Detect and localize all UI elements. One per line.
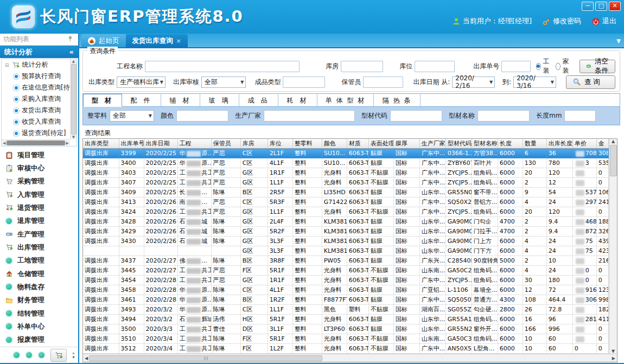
material-tab[interactable]: 隔 热 条	[374, 94, 421, 106]
tab-shipment-outbound-query[interactable]: 发货出库查询 ×	[126, 34, 188, 47]
tree-item[interactable]: 发货出库查询	[2, 105, 70, 116]
module-dot-icon[interactable]	[26, 352, 32, 358]
product-type-input[interactable]	[283, 76, 325, 88]
scroll-right-icon[interactable]: ▶	[612, 356, 615, 361]
scroll-up-icon[interactable]: ▲	[612, 139, 615, 144]
column-header[interactable]: 表面处理	[368, 139, 393, 149]
material-tab[interactable]: 辅 材	[161, 94, 200, 106]
sidebar-item-入库管理[interactable]: 入库管理	[0, 188, 78, 201]
change-password-button[interactable]: 修改密码	[543, 16, 581, 26]
scroll-up-icon[interactable]: ▲	[72, 59, 75, 63]
material-tab[interactable]: 单 体 型 材	[317, 94, 374, 106]
column-header[interactable]: 单价	[572, 139, 596, 149]
column-header[interactable]: 出库类型	[83, 139, 119, 149]
location-input[interactable]	[415, 61, 455, 72]
sidebar-item-财务管理[interactable]: 财务管理	[0, 294, 78, 307]
column-header[interactable]: 整零料	[292, 139, 322, 149]
table-row[interactable]: 调拨出库35102020/3/4工共工程陈琳F区5R1F整料光身料6063-T5…	[83, 334, 609, 344]
column-header[interactable]: 材质	[347, 139, 368, 149]
radio-workwear[interactable]	[536, 63, 540, 70]
tree-root[interactable]: ⊟ 统计分析	[2, 59, 70, 71]
material-tab[interactable]: 耗 材	[278, 94, 317, 106]
table-row[interactable]: 调拨出库34292020/2/26石城陈琳G区5R2F整料KLM38176063…	[83, 227, 609, 237]
tree-item[interactable]: 预算执行查询	[2, 71, 70, 82]
scroll-left-icon[interactable]: ◀	[85, 356, 88, 361]
table-row[interactable]: 调拨出库34282020/2/26石城陈琳G区2L4F整料KLM38176063…	[83, 217, 609, 227]
minimize-button[interactable]: ─	[582, 2, 594, 11]
audit-select[interactable]: 全部▼	[201, 76, 246, 88]
column-header[interactable]: 工程	[177, 139, 211, 149]
column-header[interactable]: 数量	[523, 139, 546, 149]
table-row[interactable]: 调拨出库34372020/2/27佛...陈琳B区3R8F整料PW056063-…	[83, 256, 609, 266]
tree-horizontal-scrollbar[interactable]: ◀▶	[2, 139, 70, 146]
project-name-input[interactable]	[145, 61, 300, 72]
column-header[interactable]: 出库长度	[546, 139, 572, 149]
sidebar-item-退货管理[interactable]: 退货管理	[0, 201, 78, 214]
table-row[interactable]: 调拨出库33992020/2/25华原...严思C区2L1F整料SU10...6…	[83, 149, 609, 158]
sidebar-item-结转管理[interactable]: 结转管理	[0, 307, 78, 320]
out-type-select[interactable]: 生产领料出库▼	[117, 76, 165, 88]
column-header[interactable]: 出库单号	[119, 139, 144, 149]
tab-close-icon[interactable]: ×	[176, 37, 181, 44]
sidebar-item-补单中心[interactable]: 补单中心	[0, 320, 78, 333]
table-row[interactable]: 调拨出库34582020/2/28华原...陈琳C区4L1F整料光身料6063-…	[83, 285, 609, 295]
tree-expander-icon[interactable]: ⊟	[5, 62, 9, 68]
scroll-right-icon[interactable]: ▶	[66, 141, 69, 145]
collapse-icon[interactable]: «	[69, 48, 74, 56]
clear-conditions-button[interactable]: 清空条件	[580, 60, 615, 73]
sidebar-item-物料盘存[interactable]: 物料盘存	[0, 280, 78, 293]
table-row[interactable]: 调拨出库34132020/2/26南...严思C区5R3F整料G71422606…	[83, 197, 609, 207]
tab-overflow-icon[interactable]: ▼	[616, 38, 621, 44]
material-tab[interactable]: 玻 璃	[200, 94, 239, 106]
tree-item[interactable]: 退货查询[待定]	[2, 127, 70, 139]
table-row[interactable]: 调拨出库35002020/3/3工共工程曹佳D区3L1F整料LT3P606063…	[83, 324, 609, 334]
color-input[interactable]	[176, 110, 228, 122]
table-horizontal-scrollbar[interactable]: ◀ ▶	[83, 354, 617, 362]
vscroll-thumb[interactable]	[610, 145, 617, 176]
column-header[interactable]: 库位	[268, 139, 292, 149]
column-header[interactable]: 颜色	[322, 139, 347, 149]
module-dot-icon[interactable]	[39, 352, 44, 358]
warehouse-input[interactable]	[341, 61, 383, 72]
sidebar-item-出库管理[interactable]: 出库管理	[0, 241, 78, 254]
table-row[interactable]: 调拨出库34612020/2/28华原...陈琳B区1R2F整料F8877FT6…	[83, 295, 609, 305]
sidebar-group-header[interactable]: 统计分析 «	[0, 46, 78, 58]
profile-code-input[interactable]	[390, 110, 442, 122]
maker-input[interactable]	[264, 110, 355, 122]
date-from-picker[interactable]: 2020/ 2/16▼	[452, 76, 495, 88]
column-header[interactable]: 膜厚	[393, 139, 419, 149]
sidebar-item-工地管理[interactable]: 工地管理	[0, 254, 78, 267]
sidebar-item-项目管理[interactable]: 项目管理	[0, 149, 78, 162]
search-button[interactable]: 查 询	[566, 75, 615, 89]
logout-button[interactable]: 退出	[592, 16, 616, 26]
sidebar-item-仓储管理[interactable]: 仓储管理	[0, 267, 78, 280]
material-tab[interactable]: 成 品	[239, 94, 278, 106]
hscroll-thumb[interactable]	[89, 355, 322, 361]
cart-footer-button[interactable]	[50, 349, 67, 362]
table-row[interactable]: 调拨出库34092020/2/25长...陈琳B区2R5F整料LI35HD606…	[83, 188, 609, 197]
table-row[interactable]: 调拨出库34942020/3/2石辉城汤伟H区5R1F整料光身料6063-T5贴…	[83, 315, 609, 324]
column-header[interactable]: 库房	[240, 139, 268, 149]
sidebar-item-采购管理[interactable]: 采购管理	[0, 175, 78, 188]
table-row[interactable]: 调拨出库34932020/3/2华原...陈琳C区1L1F整料黑色塑料不贴膜国标…	[83, 305, 609, 315]
pin-icon[interactable]	[67, 36, 75, 43]
footer-overflow-button[interactable]: »▾	[72, 352, 75, 359]
tree-item[interactable]: 收货入库查询	[2, 116, 70, 127]
tree-item[interactable]: 采购入库查询	[2, 93, 70, 105]
tab-home[interactable]: 起始页	[81, 34, 126, 47]
sidebar-item-报废管理[interactable]: 报废管理	[0, 334, 78, 347]
material-tab[interactable]: 配 件	[122, 94, 161, 106]
column-header[interactable]: 型材代码	[445, 139, 472, 149]
column-header[interactable]: 型材名称	[472, 139, 498, 149]
table-row[interactable]: 调拨出库34072020/2/25工共工程严思G区1L1F整料光身料6063-T…	[83, 178, 609, 188]
column-header[interactable]: 长度	[498, 139, 523, 149]
column-header[interactable]: 金	[596, 139, 608, 149]
table-row[interactable]: 调拨出库34542020/2/28工共工程严思G区1R1F整料光身料6063-T…	[83, 276, 609, 285]
maximize-button[interactable]: □	[595, 2, 607, 11]
table-row[interactable]: 调拨出库34302020/2/26石城陈琳G区3L3F整料KLM38176063…	[83, 237, 609, 246]
table-row[interactable]: 调拨出库34242020/2/26工共工程严思G区1L1F整料光身料6063-T…	[83, 207, 609, 217]
module-dot-icon[interactable]	[14, 352, 20, 358]
table-row[interactable]: 调拨出库34002020/2/25华原...严思C区4L1F整料SU10...6…	[83, 158, 609, 168]
profile-name-input[interactable]	[477, 110, 530, 122]
scroll-left-icon[interactable]: ◀	[3, 141, 5, 145]
